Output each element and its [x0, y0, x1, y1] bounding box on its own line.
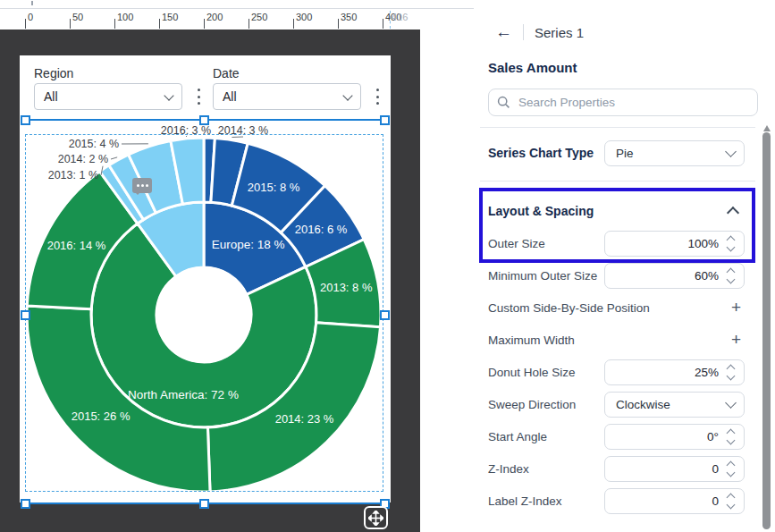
property-label: Minimum Outer Size [488, 263, 597, 289]
search-properties-input[interactable] [517, 95, 749, 110]
ruler-tick-label: 350 [341, 12, 357, 22]
arrows-move-icon [368, 511, 383, 526]
stepper-value: 100% [612, 237, 724, 250]
property-row-z-index: Z-Index0 [474, 456, 762, 482]
ruler-tick-label: 150 [162, 12, 178, 22]
property-label: Outer Size [488, 231, 545, 257]
design-canvas[interactable]: RegionAllDateAll 2014: 3 %2015: 8 %2016:… [0, 30, 420, 532]
stepper-value: 0 [612, 462, 724, 476]
search-properties-box[interactable] [488, 89, 758, 116]
ruler-origin-mark [31, 1, 33, 5]
chevron-down-icon[interactable] [726, 372, 735, 381]
ruler-tick [70, 19, 71, 29]
horizontal-ruler: 050100150200250300350400416 [0, 9, 420, 30]
stepper-minimum-outer-size[interactable]: 60% [604, 263, 745, 289]
ruler-tick [293, 19, 294, 29]
ruler-tick-label: 50 [72, 12, 83, 22]
property-row-start-angle: Start Angle0° [474, 424, 762, 450]
selection-handle[interactable] [380, 115, 390, 125]
stepper-outer-size[interactable]: 100% [604, 231, 745, 257]
chevron-down-icon[interactable] [726, 275, 735, 284]
stepper-z-index[interactable]: 0 [604, 456, 745, 482]
chevron-down-icon [725, 146, 737, 157]
panel-divider [480, 181, 755, 182]
dropdown-series-chart-type[interactable]: Pie [604, 140, 745, 166]
property-row-maximum-width: Maximum Width+ [474, 327, 762, 353]
stepper-value: 0° [612, 430, 724, 443]
chevron-down-icon[interactable] [726, 501, 735, 510]
property-label: Layout & Spacing [488, 198, 594, 224]
scrollbar-up-arrow[interactable] [763, 122, 771, 131]
collapse-chevron-icon[interactable] [727, 207, 739, 219]
property-row-sweep-direction: Sweep DirectionClockwise [474, 392, 762, 418]
panel-title: Series 1 [535, 25, 584, 40]
stepper-arrows[interactable] [724, 462, 737, 476]
ruler-tick-label: 0 [28, 12, 33, 22]
header-divider [523, 24, 524, 40]
property-label: Label Z-Index [488, 488, 562, 514]
stepper-donut-hole-size[interactable]: 25% [604, 359, 745, 385]
selection-handle[interactable] [199, 115, 209, 125]
ruler-tick [114, 19, 115, 29]
ruler-tick [249, 19, 249, 29]
property-row-outer-size: Outer Size100% [474, 231, 762, 257]
stepper-value: 25% [612, 366, 724, 379]
property-row-label-z-index: Label Z-Index0 [474, 488, 762, 514]
selection-handle[interactable] [199, 499, 209, 509]
panel-divider [480, 127, 755, 128]
ruler-tick [159, 19, 160, 29]
chevron-down-icon[interactable] [726, 243, 735, 252]
ruler-cursor-guide [390, 11, 391, 29]
property-row-series-chart-type: Series Chart TypePie [474, 140, 762, 166]
property-row-custom-side-by-side-position: Custom Side-By-Side Position+ [474, 295, 762, 321]
ruler-tick [25, 19, 26, 29]
property-label: Z-Index [488, 456, 529, 482]
property-label: Start Angle [488, 424, 547, 450]
back-arrow-icon[interactable]: ← [495, 23, 512, 41]
selection-handle[interactable] [380, 310, 390, 320]
stepper-value: 60% [612, 269, 724, 283]
stepper-start-angle[interactable]: 0° [604, 424, 745, 450]
property-label: Donut Hole Size [488, 359, 576, 385]
dropdown-sweep-direction[interactable]: Clockwise [604, 392, 745, 418]
ruler-tick-label: 300 [296, 12, 312, 22]
stepper-arrows[interactable] [724, 494, 737, 508]
search-icon [497, 96, 510, 109]
property-label: Sweep Direction [488, 392, 576, 418]
chevron-down-icon[interactable] [726, 436, 735, 445]
property-row-donut-hole-size: Donut Hole Size25% [474, 359, 762, 385]
app-root: 050100150200250300350400416 RegionAllDat… [0, 0, 775, 532]
stepper-arrows[interactable] [724, 430, 737, 443]
stepper-arrows[interactable] [724, 366, 737, 379]
properties-panel: ← Series 1 Sales Amount Series Chart Typ… [474, 8, 775, 532]
chevron-down-icon [725, 397, 737, 409]
scrollbar-thumb[interactable] [762, 132, 771, 529]
property-label: Series Chart Type [488, 140, 594, 166]
stepper-value: 0 [612, 494, 724, 508]
selection-handle[interactable] [21, 115, 30, 125]
dropdown-value: Clockwise [612, 398, 727, 411]
add-button[interactable]: + [723, 295, 749, 321]
property-label: Custom Side-By-Side Position [488, 295, 650, 321]
chart-selection-dashed-border [25, 134, 383, 492]
chevron-down-icon[interactable] [726, 469, 735, 477]
property-row-minimum-outer-size: Minimum Outer Size60% [474, 263, 762, 289]
ruler-tick [204, 19, 205, 29]
move-widget-icon[interactable] [364, 506, 388, 529]
ruler-tick-label: 250 [251, 12, 267, 22]
stepper-label-z-index[interactable]: 0 [604, 488, 745, 514]
selection-handle[interactable] [21, 310, 30, 320]
property-row-layout-spacing: Layout & Spacing [474, 198, 762, 224]
selection-handle[interactable] [21, 499, 30, 509]
add-button[interactable]: + [723, 327, 749, 353]
stepper-arrows[interactable] [724, 237, 737, 250]
property-label: Maximum Width [488, 327, 575, 353]
dropdown-value: Pie [612, 147, 727, 160]
ruler-tick-label: 100 [117, 12, 133, 22]
ruler-tick [338, 19, 339, 29]
ruler-cursor-label: 416 [392, 12, 408, 22]
ruler-tick-label: 200 [206, 12, 223, 22]
stepper-arrows[interactable] [724, 269, 737, 283]
series-subtitle: Sales Amount [488, 60, 577, 75]
ruler-tick [383, 19, 383, 29]
